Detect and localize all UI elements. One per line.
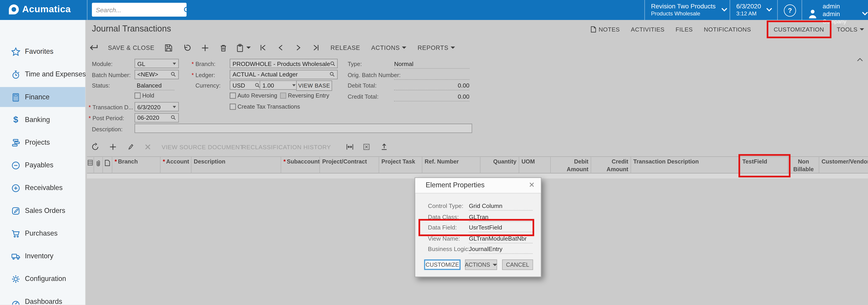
sidebar-item-time-and-expenses[interactable]: Time and Expenses [0, 64, 85, 84]
ledger-field[interactable]: ACTUAL - Actual Ledger [229, 70, 338, 79]
refresh-icon[interactable] [91, 142, 100, 151]
lookup-icon[interactable] [330, 61, 336, 66]
description-field[interactable] [134, 123, 472, 133]
post-period-field[interactable]: 06-2020 [134, 113, 179, 122]
first-record-icon[interactable] [258, 43, 268, 52]
edit-row-icon[interactable] [126, 142, 135, 151]
company-switcher[interactable]: Revision Two Products Products Wholesale [651, 3, 727, 17]
export-excel-icon[interactable] [362, 142, 371, 151]
undo-icon[interactable] [182, 43, 192, 52]
help-icon[interactable]: ? [784, 4, 796, 17]
business-date: 6/3/2020 [736, 3, 761, 10]
date-time-switcher[interactable]: 6/3/2020 3:12 AM [736, 3, 772, 17]
dialog-actions-button[interactable]: ACTIONS [465, 259, 497, 270]
column-label: Branch [118, 159, 138, 165]
sidebar-item-configuration[interactable]: Configuration [0, 269, 85, 289]
delete-record-icon[interactable] [219, 43, 228, 52]
sidebar-item-sales-orders[interactable]: Sales Orders [0, 201, 85, 221]
column-header-quantity[interactable]: Quantity [480, 156, 519, 173]
add-row-icon[interactable] [108, 142, 117, 151]
column-header-ref-number[interactable]: Ref. Number [422, 156, 480, 173]
lookup-icon[interactable] [170, 115, 176, 120]
dropdown-caret-icon[interactable] [173, 106, 176, 108]
view-base-label: VIEW BASE [298, 83, 330, 89]
back-arrow-icon[interactable] [89, 43, 98, 52]
caret-down-icon [860, 28, 864, 31]
view-base-button[interactable]: VIEW BASE [296, 80, 332, 91]
column-header-customer-vendor[interactable]: Customer/Vendor [819, 156, 868, 173]
column-header-account[interactable]: *Account [160, 156, 192, 173]
collapse-chevron-icon[interactable] [857, 58, 863, 61]
sidebar-item-dashboards[interactable]: Dashboards [0, 292, 85, 305]
tools-menu-button[interactable]: TOOLS [837, 26, 864, 33]
row-settings-column-header[interactable] [87, 156, 94, 173]
auto-reversing-checkbox[interactable] [229, 92, 236, 99]
column-header-project-contract[interactable]: Project/Contract [320, 156, 379, 173]
save-icon[interactable] [164, 43, 174, 52]
reports-menu-button[interactable]: REPORTS [417, 45, 455, 51]
notes-button[interactable]: NOTES [591, 26, 620, 33]
brand-name[interactable]: Acumatica [22, 4, 71, 15]
search-input[interactable] [92, 6, 183, 13]
column-header-transaction-description[interactable]: Transaction Description [631, 156, 740, 173]
column-header-description[interactable]: Description [192, 156, 281, 173]
global-search[interactable] [92, 3, 187, 17]
next-record-icon[interactable] [294, 43, 303, 52]
sidebar-item-favorites[interactable]: Favorites [0, 41, 85, 61]
sidebar-item-purchases[interactable]: Purchases [0, 223, 85, 243]
sidebar-item-label: Receivables [25, 184, 62, 192]
column-header-uom[interactable]: UOM [519, 156, 551, 173]
column-header-credit-amount[interactable]: Credit Amount [591, 156, 631, 173]
notifications-button[interactable]: NOTIFICATIONS [704, 26, 751, 33]
column-header-project-task[interactable]: Project Task [379, 156, 422, 173]
sidebar-item-finance[interactable]: Finance [0, 87, 85, 107]
column-label: Debit Amount [567, 159, 589, 172]
previous-record-icon[interactable] [276, 43, 285, 52]
sidebar-item-projects[interactable]: Projects [0, 133, 85, 152]
plus-circle-icon [11, 183, 21, 193]
module-field[interactable]: GL [134, 59, 179, 68]
search-icon[interactable] [183, 6, 191, 13]
lookup-icon[interactable] [254, 82, 260, 88]
cancel-button[interactable]: CANCEL [502, 259, 533, 270]
sidebar-item-banking[interactable]: $ Banking [0, 110, 85, 130]
customization-button-highlight[interactable]: CUSTOMIZATION [767, 20, 831, 38]
upload-icon[interactable] [380, 142, 389, 151]
sidebar-item-receivables[interactable]: Receivables [0, 178, 85, 198]
acumatica-logo-icon[interactable] [6, 2, 21, 17]
save-close-button[interactable]: SAVE & CLOSE [108, 45, 155, 51]
batch-number-field[interactable]: <NEW> [134, 70, 179, 79]
column-header-testfield[interactable]: TestField [740, 156, 788, 173]
sidebar-item-payables[interactable]: Payables [0, 155, 85, 175]
files-button[interactable]: FILES [676, 26, 693, 33]
note-column-header[interactable] [103, 156, 113, 173]
column-header-non-billable[interactable]: Non Billable [788, 156, 819, 173]
actions-menu-button[interactable]: ACTIONS [371, 45, 406, 51]
sidebar-item-inventory[interactable]: Inventory [0, 246, 85, 266]
column-header-subaccount[interactable]: *Subaccount [281, 156, 320, 173]
add-record-icon[interactable] [200, 43, 210, 52]
customize-button[interactable]: CUSTOMIZE [424, 259, 461, 270]
credit-total-value: 0.00 [394, 93, 469, 99]
lookup-icon[interactable] [329, 72, 335, 77]
last-record-icon[interactable] [312, 43, 320, 52]
currency-rate-field[interactable]: 1.00 [259, 80, 298, 90]
release-button[interactable]: RELEASE [331, 45, 360, 51]
title-links: NOTES ACTIVITIES FILES NOTIFICATIONS CUS… [591, 20, 864, 39]
lookup-icon[interactable] [170, 72, 176, 77]
create-tax-transactions-checkbox[interactable] [229, 104, 236, 110]
close-icon[interactable]: ✕ [529, 181, 535, 189]
hold-checkbox[interactable] [134, 92, 141, 99]
fit-width-icon[interactable] [345, 142, 354, 151]
column-label: Transaction Description [633, 159, 699, 165]
currency-code-field[interactable]: USD [229, 80, 263, 90]
column-header-branch[interactable]: *Branch [112, 156, 160, 173]
dropdown-caret-icon[interactable] [173, 62, 176, 65]
column-header-debit-amount[interactable]: Debit Amount [551, 156, 591, 173]
attachment-column-header[interactable] [94, 156, 103, 173]
dropdown-caret-icon[interactable] [292, 84, 296, 86]
branch-field[interactable]: PRODWHOLE - Products Wholesale [229, 59, 338, 68]
copy-paste-menu[interactable] [236, 43, 251, 52]
activities-button[interactable]: ACTIVITIES [631, 26, 664, 33]
transaction-date-field[interactable]: 6/3/2020 [134, 102, 179, 112]
